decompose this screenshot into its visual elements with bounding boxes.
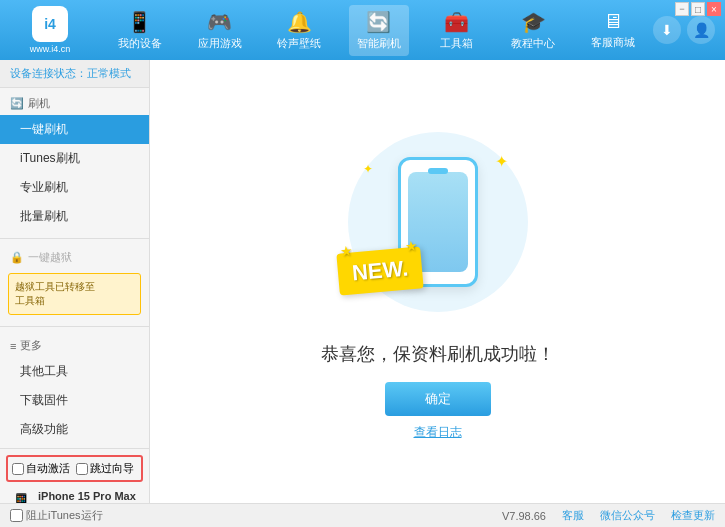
nav-my-device[interactable]: 📱 我的设备 xyxy=(110,5,170,56)
toolbox-label: 工具箱 xyxy=(440,36,473,51)
sparkle-icon-2: ✦ xyxy=(363,162,373,176)
close-button[interactable]: × xyxy=(707,2,721,16)
my-device-icon: 📱 xyxy=(127,10,152,34)
logo: i4 www.i4.cn xyxy=(10,6,90,54)
logo-icon: i4 xyxy=(32,6,68,42)
itunes-block-option[interactable]: 阻止iTunes运行 xyxy=(10,508,103,523)
my-device-label: 我的设备 xyxy=(118,36,162,51)
flash-section-icon: 🔄 xyxy=(10,97,24,110)
device-phone-icon: 📱 xyxy=(10,492,32,503)
header: i4 www.i4.cn 📱 我的设备 🎮 应用游戏 🔔 铃声壁纸 🔄 智能刷机 xyxy=(0,0,725,60)
phone-notch xyxy=(428,168,448,174)
itunes-block-checkbox[interactable] xyxy=(10,509,23,522)
logo-letter: i4 xyxy=(44,16,56,32)
divider-2 xyxy=(0,326,149,327)
auto-options-box: 自动激活 跳过向导 xyxy=(6,455,143,482)
device-details: iPhone 15 Pro Max 512GB iPhone xyxy=(38,490,136,503)
sidebar-bottom: 自动激活 跳过向导 📱 iPhone 15 Pro Max 512GB iPho… xyxy=(0,448,149,503)
flash-section-title: 🔄 刷机 xyxy=(0,92,149,115)
main-area: 设备连接状态：正常模式 🔄 刷机 一键刷机 iTunes刷机 专业刷机 批量刷机… xyxy=(0,60,725,503)
service-icon: 🖥 xyxy=(603,10,623,33)
connection-status: 设备连接状态：正常模式 xyxy=(0,60,149,88)
nav-bar: 📱 我的设备 🎮 应用游戏 🔔 铃声壁纸 🔄 智能刷机 🧰 工具箱 🎓 xyxy=(100,5,653,56)
auto-guide-checkbox[interactable] xyxy=(76,463,88,475)
smart-flash-label: 智能刷机 xyxy=(357,36,401,51)
lock-icon: 🔒 xyxy=(10,251,24,264)
more-icon: ≡ xyxy=(10,340,16,352)
device-name: iPhone 15 Pro Max xyxy=(38,490,136,502)
more-section-title: ≡ 更多 xyxy=(0,334,149,357)
check-update-link[interactable]: 检查更新 xyxy=(671,508,715,523)
success-message: 恭喜您，保资料刷机成功啦！ xyxy=(321,342,555,366)
sidebar-item-advanced[interactable]: 高级功能 xyxy=(0,415,149,444)
customer-service-link[interactable]: 客服 xyxy=(562,508,584,523)
apps-games-label: 应用游戏 xyxy=(198,36,242,51)
apps-games-icon: 🎮 xyxy=(207,10,232,34)
ringtones-label: 铃声壁纸 xyxy=(277,36,321,51)
divider-1 xyxy=(0,238,149,239)
tutorial-icon: 🎓 xyxy=(521,10,546,34)
jailbreak-section: 🔒 一键越狱 越狱工具已转移至工具箱 xyxy=(0,242,149,323)
toolbox-icon: 🧰 xyxy=(444,10,469,34)
sidebar-item-pro-flash[interactable]: 专业刷机 xyxy=(0,173,149,202)
smart-flash-icon: 🔄 xyxy=(366,10,391,34)
nav-toolbox[interactable]: 🧰 工具箱 xyxy=(429,5,484,56)
service-label: 客服商城 xyxy=(591,35,635,50)
sidebar-item-download-firmware[interactable]: 下载固件 xyxy=(0,386,149,415)
sidebar-item-batch-flash[interactable]: 批量刷机 xyxy=(0,202,149,231)
flash-section-label: 刷机 xyxy=(28,96,50,111)
sidebar-item-other-tools[interactable]: 其他工具 xyxy=(0,357,149,386)
version-label: V7.98.66 xyxy=(502,510,546,522)
jailbreak-section-title: 🔒 一键越狱 xyxy=(0,246,149,269)
header-right: ⬇ 👤 xyxy=(653,16,715,44)
log-link[interactable]: 查看日志 xyxy=(414,424,462,441)
auto-guide-label: 跳过向导 xyxy=(90,461,134,476)
footer: 阻止iTunes运行 V7.98.66 客服 微信公众号 检查更新 xyxy=(0,503,725,527)
minimize-button[interactable]: － xyxy=(675,2,689,16)
footer-left: 阻止iTunes运行 xyxy=(10,508,103,523)
auto-activate-checkbox[interactable] xyxy=(12,463,24,475)
status-value: 正常模式 xyxy=(87,67,131,79)
nav-tutorial[interactable]: 🎓 教程中心 xyxy=(503,5,563,56)
success-illustration: NEW. ✦ ✦ xyxy=(338,122,538,322)
new-badge: NEW. xyxy=(336,246,424,295)
sidebar-item-itunes-flash[interactable]: iTunes刷机 xyxy=(0,144,149,173)
nav-apps-games[interactable]: 🎮 应用游戏 xyxy=(190,5,250,56)
main-content: NEW. ✦ ✦ 恭喜您，保资料刷机成功啦！ 确定 查看日志 xyxy=(150,60,725,503)
wechat-link[interactable]: 微信公众号 xyxy=(600,508,655,523)
more-label: 更多 xyxy=(20,338,42,353)
tutorial-label: 教程中心 xyxy=(511,36,555,51)
ringtones-icon: 🔔 xyxy=(287,10,312,34)
sparkle-icon-1: ✦ xyxy=(495,152,508,171)
auto-activate-option[interactable]: 自动激活 xyxy=(12,461,70,476)
auto-guide-option[interactable]: 跳过向导 xyxy=(76,461,134,476)
auto-activate-label: 自动激活 xyxy=(26,461,70,476)
nav-service[interactable]: 🖥 客服商城 xyxy=(583,5,643,56)
logo-subtitle: www.i4.cn xyxy=(30,44,71,54)
more-section: ≡ 更多 其他工具 下载固件 高级功能 xyxy=(0,330,149,448)
status-label: 设备连接状态： xyxy=(10,67,87,79)
new-badge-text: NEW. xyxy=(350,256,408,286)
user-button[interactable]: 👤 xyxy=(687,16,715,44)
flash-section: 🔄 刷机 一键刷机 iTunes刷机 专业刷机 批量刷机 xyxy=(0,88,149,235)
footer-right: V7.98.66 客服 微信公众号 检查更新 xyxy=(502,508,715,523)
sidebar: 设备连接状态：正常模式 🔄 刷机 一键刷机 iTunes刷机 专业刷机 批量刷机… xyxy=(0,60,150,503)
device-storage: 512GB xyxy=(38,502,136,503)
circle-background: NEW. ✦ ✦ xyxy=(348,132,528,312)
sidebar-item-one-click-flash[interactable]: 一键刷机 xyxy=(0,115,149,144)
download-button[interactable]: ⬇ xyxy=(653,16,681,44)
device-info: 📱 iPhone 15 Pro Max 512GB iPhone xyxy=(6,486,143,503)
jailbreak-notice: 越狱工具已转移至工具箱 xyxy=(8,273,141,315)
itunes-block-label: 阻止iTunes运行 xyxy=(26,508,103,523)
confirm-button[interactable]: 确定 xyxy=(385,382,491,416)
maximize-button[interactable]: □ xyxy=(691,2,705,16)
jailbreak-label: 一键越狱 xyxy=(28,250,72,265)
nav-smart-flash[interactable]: 🔄 智能刷机 xyxy=(349,5,409,56)
nav-ringtones[interactable]: 🔔 铃声壁纸 xyxy=(269,5,329,56)
